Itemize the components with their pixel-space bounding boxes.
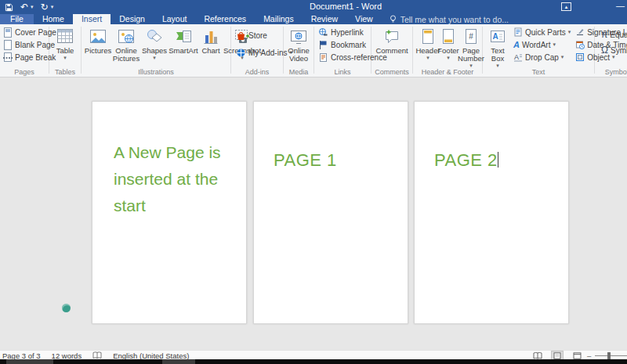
- table-button[interactable]: Table: [56, 27, 74, 60]
- tab-references[interactable]: References: [195, 14, 255, 24]
- group-label-symbols: Symbols: [595, 68, 627, 76]
- wordart-button[interactable]: A WordArt: [513, 39, 571, 50]
- dropdown-caret: [447, 55, 450, 60]
- dropdown-caret: [561, 54, 564, 60]
- save-icon[interactable]: [5, 3, 13, 12]
- group-illustrations: Pictures Online Pictures Shapes SmartA: [82, 24, 230, 77]
- document-page-3[interactable]: PAGE 2: [414, 101, 569, 324]
- group-header-footer: Header Footer # Page Number Header & Foo…: [413, 24, 482, 77]
- chart-icon: [201, 27, 220, 47]
- blank-page-icon: [3, 40, 13, 50]
- cross-reference-icon: [318, 52, 328, 63]
- wordart-icon: A: [513, 39, 520, 50]
- text-box-button[interactable]: A Text Box: [487, 27, 509, 68]
- bookmark-icon: [318, 40, 328, 50]
- presence-indicator: [62, 304, 71, 312]
- signature-line-icon: [575, 27, 585, 37]
- word-count[interactable]: 12 words: [52, 351, 82, 360]
- language-indicator[interactable]: English (United States): [113, 351, 189, 360]
- tell-me-placeholder: Tell me what you want to do...: [400, 15, 509, 24]
- page-1-text: A New Page is inserted at the start: [114, 139, 231, 219]
- equation-button[interactable]: π Equation: [601, 29, 627, 40]
- shapes-button[interactable]: Shapes: [141, 27, 168, 63]
- footer-icon: [440, 27, 456, 47]
- equation-icon: π: [601, 29, 607, 40]
- group-pages: Cover Page Blank Page Page Break Pages: [0, 24, 49, 77]
- ribbon-tab-row: File Home Insert Design Layout Reference…: [0, 14, 627, 24]
- page-break-button[interactable]: Page Break: [3, 52, 47, 63]
- ribbon-display-options-icon[interactable]: ▴: [561, 2, 571, 11]
- taskbar-segment: [162, 359, 195, 364]
- bookmark-button[interactable]: Bookmark: [318, 39, 369, 50]
- online-pictures-button[interactable]: Online Pictures: [111, 27, 141, 63]
- undo-dropdown-caret[interactable]: ▾: [31, 4, 34, 10]
- drop-cap-icon: A: [513, 52, 523, 62]
- customize-qat-icon[interactable]: ▾: [51, 4, 54, 10]
- quick-parts-button[interactable]: Quick Parts: [513, 27, 571, 38]
- tab-mailings[interactable]: Mailings: [255, 14, 303, 24]
- my-addins-icon: [236, 48, 246, 58]
- tab-review[interactable]: Review: [303, 14, 346, 24]
- svg-text:A: A: [492, 32, 498, 41]
- header-button[interactable]: Header: [418, 27, 438, 68]
- proofing-icon[interactable]: [92, 351, 102, 359]
- tab-layout[interactable]: Layout: [154, 14, 196, 24]
- dropdown-caret: [568, 29, 571, 35]
- tell-me-box[interactable]: Tell me what you want to do...: [382, 14, 509, 24]
- group-label-pages: Pages: [0, 68, 49, 76]
- zoom-out-icon[interactable]: [587, 351, 591, 360]
- page-number-button[interactable]: # Page Number: [458, 27, 484, 68]
- lightbulb-icon: [390, 15, 397, 23]
- cross-reference-button[interactable]: Cross-reference: [318, 52, 369, 63]
- svg-text:A: A: [514, 53, 519, 61]
- store-icon: [236, 31, 246, 41]
- tab-home[interactable]: Home: [34, 14, 73, 24]
- minimize-icon[interactable]: —: [616, 1, 625, 10]
- chart-button[interactable]: Chart: [199, 27, 223, 63]
- tab-design[interactable]: Design: [111, 14, 154, 24]
- dropdown-caret: [63, 55, 67, 60]
- page-3-text: PAGE 2: [434, 150, 498, 171]
- shapes-icon: [145, 27, 164, 47]
- store-button[interactable]: Store: [236, 30, 281, 41]
- comment-button[interactable]: Comment: [375, 27, 408, 55]
- redo-icon[interactable]: ↻: [41, 1, 49, 13]
- symbol-button[interactable]: Ω Symbol: [601, 45, 627, 56]
- taskbar-segment: [6, 359, 53, 364]
- my-addins-button[interactable]: My Add-ins: [236, 47, 281, 58]
- text-box-icon: A: [489, 27, 506, 47]
- online-video-icon: [289, 27, 308, 47]
- footer-button[interactable]: Footer: [438, 27, 458, 68]
- zoom-slider[interactable]: [595, 355, 627, 356]
- blank-page-button[interactable]: Blank Page: [3, 39, 47, 50]
- zoom-slider-handle[interactable]: [607, 352, 611, 359]
- page-2-text: PAGE 1: [274, 150, 337, 171]
- tab-file[interactable]: File: [0, 14, 34, 24]
- dropdown-caret: [153, 55, 156, 60]
- document-page-2[interactable]: PAGE 1: [253, 101, 408, 324]
- document-canvas[interactable]: A New Page is inserted at the start PAGE…: [0, 77, 627, 350]
- group-label-text: Text: [483, 68, 594, 76]
- online-video-button[interactable]: Online Video: [288, 27, 309, 63]
- header-icon: [420, 27, 436, 47]
- tab-view[interactable]: View: [346, 14, 382, 24]
- undo-icon[interactable]: ↶: [20, 1, 28, 13]
- tab-insert[interactable]: Insert: [73, 14, 111, 24]
- window-title: Document1 - Word: [310, 2, 382, 11]
- drop-cap-button[interactable]: A Drop Cap: [513, 52, 571, 63]
- group-label-media: Media: [284, 68, 314, 76]
- group-addins: Store My Add-ins Add-ins: [231, 24, 283, 77]
- hyperlink-icon: [318, 27, 328, 38]
- hyperlink-button[interactable]: Hyperlink: [318, 27, 369, 38]
- object-icon: [575, 52, 585, 62]
- page-indicator[interactable]: Page 3 of 3: [2, 351, 41, 360]
- table-icon: [56, 27, 74, 47]
- quick-access-toolbar: ↶ ▾ ↻ ▾: [5, 1, 53, 13]
- cover-page-button[interactable]: Cover Page: [3, 27, 47, 38]
- document-page-1[interactable]: A New Page is inserted at the start: [92, 101, 247, 324]
- pictures-button[interactable]: Pictures: [85, 27, 111, 63]
- group-tables: Table Tables: [49, 24, 81, 77]
- smartart-button[interactable]: SmartArt: [168, 27, 199, 63]
- dropdown-caret: [496, 63, 499, 68]
- group-label-comments: Comments: [371, 68, 412, 76]
